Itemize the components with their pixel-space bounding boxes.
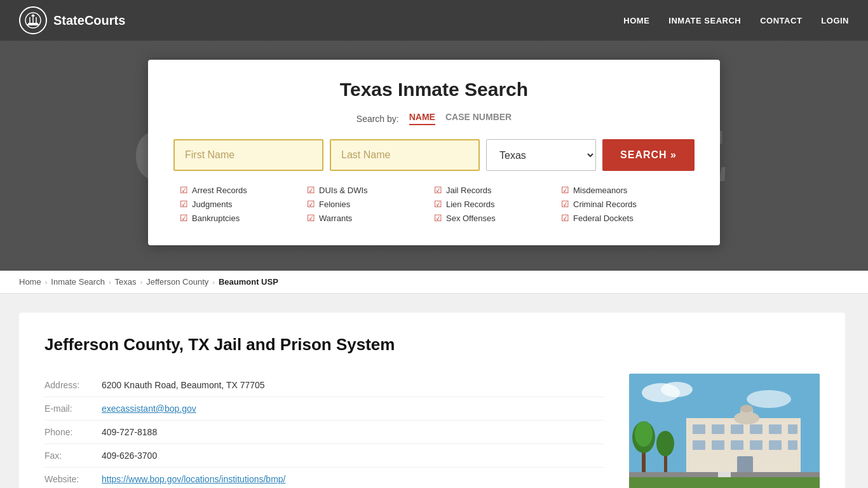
site-header: StateCourts HOME INMATE SEARCH CONTACT L…	[0, 0, 868, 41]
svg-rect-2	[27, 24, 39, 25]
check-icon: ☑	[434, 213, 442, 223]
content-card: Jefferson County, TX Jail and Prison Sys…	[19, 313, 845, 488]
check-icon: ☑	[307, 185, 315, 195]
feature-felonies: ☑ Felonies	[307, 199, 434, 209]
address-value: 6200 Knauth Road, Beaumont, TX 77705	[102, 380, 604, 390]
search-button[interactable]: SEARCH »	[602, 139, 695, 171]
svg-rect-19	[788, 424, 797, 434]
breadcrumb-jefferson-county[interactable]: Jefferson County	[146, 277, 208, 287]
feature-misdemeanors: ☑ Misdemeanors	[561, 185, 688, 195]
svg-rect-17	[750, 424, 763, 434]
address-row: Address: 6200 Knauth Road, Beaumont, TX …	[44, 374, 604, 397]
check-icon: ☑	[434, 199, 442, 209]
breadcrumb-inmate-search[interactable]: Inmate Search	[51, 277, 105, 287]
check-icon: ☑	[307, 213, 315, 223]
feature-jail-records: ☑ Jail Records	[434, 185, 561, 195]
svg-point-11	[747, 390, 791, 408]
breadcrumb-sep-3: ›	[140, 278, 143, 286]
tab-case-number[interactable]: CASE NUMBER	[445, 112, 512, 125]
breadcrumb-sep-4: ›	[212, 278, 215, 286]
check-icon: ☑	[180, 213, 188, 223]
svg-rect-16	[731, 424, 743, 434]
search-card: Texas Inmate Search Search by: NAME CASE…	[148, 60, 720, 245]
nav-login[interactable]: LOGIN	[821, 16, 849, 25]
svg-rect-23	[750, 440, 763, 450]
svg-point-34	[656, 431, 674, 456]
check-icon: ☑	[180, 185, 188, 195]
hero-section: COURTHOUSE Texas Inmate Search Search by…	[0, 41, 868, 271]
nav-contact[interactable]: CONTACT	[760, 16, 802, 25]
details-table: Address: 6200 Knauth Road, Beaumont, TX …	[44, 374, 604, 488]
facility-image	[629, 374, 820, 488]
feature-federal-dockets: ☑ Federal Dockets	[561, 213, 688, 223]
tab-name[interactable]: NAME	[409, 112, 435, 125]
breadcrumb: Home › Inmate Search › Texas › Jefferson…	[0, 271, 868, 294]
svg-rect-21	[712, 440, 724, 450]
feature-warrants: ☑ Warrants	[307, 213, 434, 223]
svg-rect-22	[731, 440, 743, 450]
email-link[interactable]: execassistant@bop.gov	[102, 403, 604, 414]
svg-rect-36	[718, 472, 731, 477]
feature-arrest-records: ☑ Arrest Records	[180, 185, 307, 195]
breadcrumb-home[interactable]: Home	[19, 277, 41, 287]
search-inputs-row: Texas Alabama Alaska Arizona California …	[173, 139, 695, 171]
feature-bankruptcies: ☑ Bankruptcies	[180, 213, 307, 223]
nav-home[interactable]: HOME	[623, 16, 649, 25]
fax-row: Fax: 409-626-3700	[44, 444, 604, 468]
svg-rect-25	[788, 440, 797, 450]
facility-details: Address: 6200 Knauth Road, Beaumont, TX …	[44, 374, 820, 488]
check-icon: ☑	[307, 199, 315, 209]
address-label: Address:	[44, 380, 102, 390]
first-name-input[interactable]	[173, 139, 323, 171]
phone-value: 409-727-8188	[102, 427, 604, 437]
feature-criminal-records: ☑ Criminal Records	[561, 199, 688, 209]
logo-icon	[19, 6, 47, 34]
check-icon: ☑	[561, 185, 569, 195]
svg-rect-24	[769, 440, 782, 450]
svg-point-28	[740, 405, 753, 412]
check-icon: ☑	[434, 185, 442, 195]
svg-rect-14	[693, 424, 705, 434]
fax-value: 409-626-3700	[102, 451, 604, 461]
fax-label: Fax:	[44, 451, 102, 461]
email-row: E-mail: execassistant@bop.gov	[44, 397, 604, 421]
breadcrumb-sep-1: ›	[45, 278, 48, 286]
feature-lien-records: ☑ Lien Records	[434, 199, 561, 209]
feature-sex-offenses: ☑ Sex Offenses	[434, 213, 561, 223]
state-select[interactable]: Texas Alabama Alaska Arizona California …	[486, 139, 596, 171]
main-nav: HOME INMATE SEARCH CONTACT LOGIN	[623, 16, 849, 25]
logo[interactable]: StateCourts	[19, 6, 125, 34]
last-name-input[interactable]	[330, 139, 480, 171]
search-by-label: Search by:	[356, 114, 399, 124]
website-link[interactable]: https://www.bop.gov/locations/institutio…	[102, 474, 604, 484]
features-grid: ☑ Arrest Records ☑ DUIs & DWIs ☑ Jail Re…	[173, 185, 695, 223]
svg-rect-1	[28, 23, 38, 24]
breadcrumb-texas[interactable]: Texas	[115, 277, 137, 287]
facility-title: Jefferson County, TX Jail and Prison Sys…	[44, 335, 820, 355]
svg-point-7	[32, 15, 34, 17]
svg-point-32	[635, 421, 653, 447]
feature-judgments: ☑ Judgments	[180, 199, 307, 209]
email-label: E-mail:	[44, 403, 102, 414]
svg-rect-18	[769, 424, 782, 434]
check-icon: ☑	[561, 199, 569, 209]
check-icon: ☑	[561, 213, 569, 223]
phone-row: Phone: 409-727-8188	[44, 421, 604, 444]
svg-rect-20	[693, 440, 705, 450]
search-card-title: Texas Inmate Search	[173, 79, 695, 100]
search-by-row: Search by: NAME CASE NUMBER	[173, 112, 695, 125]
svg-point-10	[661, 382, 693, 397]
site-name: StateCourts	[53, 13, 125, 28]
check-icon: ☑	[180, 199, 188, 209]
website-label: Website:	[44, 474, 102, 484]
breadcrumb-sep-2: ›	[109, 278, 111, 286]
feature-duis-dwis: ☑ DUIs & DWIs	[307, 185, 434, 195]
main-content: Jefferson County, TX Jail and Prison Sys…	[0, 294, 868, 488]
hero-content: Texas Inmate Search Search by: NAME CASE…	[0, 60, 868, 245]
website-row: Website: https://www.bop.gov/locations/i…	[44, 468, 604, 488]
svg-rect-15	[712, 424, 724, 434]
phone-label: Phone:	[44, 427, 102, 437]
breadcrumb-current: Beaumont USP	[219, 277, 278, 287]
nav-inmate-search[interactable]: INMATE SEARCH	[668, 16, 741, 25]
